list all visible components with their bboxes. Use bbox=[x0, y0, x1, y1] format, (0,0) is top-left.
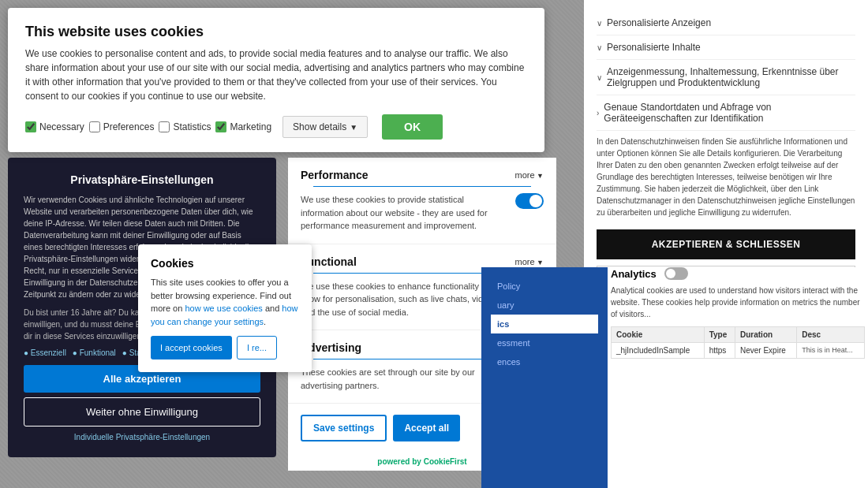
col-type: Type bbox=[704, 327, 735, 343]
advertising-description: These cookies are set through our site b… bbox=[301, 366, 507, 392]
cookie-options: Necessary Preferences Statistics Marketi… bbox=[25, 114, 527, 140]
small-cookies-description: This site uses cookies to offer you a be… bbox=[151, 276, 299, 328]
accept-all-center-button[interactable]: Accept all bbox=[393, 415, 460, 441]
performance-divider bbox=[313, 186, 531, 187]
analytics-description: Analytical cookies are used to understan… bbox=[611, 285, 865, 320]
performance-description: We use these cookies to provide statisti… bbox=[301, 193, 507, 233]
accept-cookies-button[interactable]: I accept cookies bbox=[151, 336, 232, 359]
accordion-header-3[interactable]: ∨ Anzeigenmessung, Inhaltemessung, Erken… bbox=[597, 66, 855, 88]
performance-title: Performance bbox=[301, 169, 369, 181]
option-marketing[interactable]: Marketing bbox=[215, 121, 271, 132]
ok-button[interactable]: OK bbox=[382, 114, 443, 140]
analytics-table: Cookie Type Duration Desc _hjIncludedInS… bbox=[611, 326, 865, 359]
chevron-icon-2: ∨ bbox=[597, 43, 602, 52]
performance-section: Performance more We use these cookies to… bbox=[288, 158, 556, 244]
functional-description: We use these cookies to enhance function… bbox=[301, 280, 507, 319]
nav-ics[interactable]: ics bbox=[491, 315, 598, 333]
accordion-personalisierte-inhalte: ∨ Personalisierte Inhalte bbox=[597, 35, 855, 60]
nav-ences[interactable]: ences bbox=[491, 352, 598, 371]
right-panel-buttons: AKZEPTIEREN & SCHLIESSEN OPTIONEN Datens… bbox=[597, 229, 855, 268]
accordion-anzeigenmessung: ∨ Anzeigenmessung, Inhaltemessung, Erken… bbox=[597, 60, 855, 95]
accordion-header-1[interactable]: ∨ Personalisierte Anzeigen bbox=[597, 17, 855, 28]
cookie-duration: Never Expire bbox=[735, 343, 796, 359]
nav-policy[interactable]: Policy bbox=[491, 277, 598, 296]
analytics-toggle[interactable] bbox=[664, 267, 688, 280]
label-necessary: Necessary bbox=[39, 121, 84, 132]
option-preferences[interactable]: Preferences bbox=[89, 121, 155, 132]
nav-essment[interactable]: essment bbox=[491, 333, 598, 352]
banner-description: We use cookies to personalise content an… bbox=[25, 47, 527, 103]
col-duration: Duration bbox=[735, 327, 796, 343]
label-preferences: Preferences bbox=[103, 121, 155, 132]
checkbox-marketing[interactable] bbox=[215, 121, 226, 132]
col-desc: Desc bbox=[797, 327, 865, 343]
right-panel-info-text: In den Datenschutzhinweisen finden Sie a… bbox=[597, 131, 855, 222]
nav-uary[interactable]: uary bbox=[491, 296, 598, 315]
cookie-name: _hjIncludedInSample bbox=[612, 343, 705, 359]
analytics-title: Analytics bbox=[611, 268, 657, 280]
accordion-standortdaten: › Genaue Standortdaten und Abfrage von G… bbox=[597, 95, 855, 131]
chevron-icon-4: › bbox=[597, 109, 599, 117]
show-details-button[interactable]: Show details bbox=[282, 116, 368, 138]
analytics-header: Analytics bbox=[611, 267, 865, 280]
cookies-link[interactable]: how we use cookies bbox=[185, 304, 262, 313]
checkbox-preferences[interactable] bbox=[89, 121, 100, 132]
cookie-desc: This is in Heat... bbox=[797, 343, 865, 359]
cookie-type: https bbox=[704, 343, 735, 359]
small-cookies-title: Cookies bbox=[151, 257, 299, 270]
individual-settings-link[interactable]: Individuelle Privatsphäre-Einstellungen bbox=[24, 433, 260, 441]
akzeptieren-button[interactable]: AKZEPTIEREN & SCHLIESSEN bbox=[597, 229, 855, 259]
cookie-banner-main: This website uses cookies We use cookies… bbox=[8, 8, 544, 152]
accordion-header-4[interactable]: › Genaue Standortdaten und Abfrage von G… bbox=[597, 102, 855, 124]
label-statistics: Statistics bbox=[173, 121, 211, 132]
banner-title: This website uses cookies bbox=[25, 24, 527, 40]
analytics-nav: Policy uary ics essment ences bbox=[481, 267, 608, 488]
option-statistics[interactable]: Statistics bbox=[159, 121, 211, 132]
col-cookie: Cookie bbox=[612, 327, 705, 343]
dot-essenziell: ● Essenziell bbox=[24, 348, 66, 357]
functional-more-button[interactable]: more bbox=[515, 257, 544, 266]
small-cookie-buttons: I accept cookies I re... bbox=[151, 336, 299, 359]
chevron-icon-1: ∨ bbox=[597, 19, 602, 28]
label-marketing: Marketing bbox=[230, 121, 271, 132]
analytics-content: Analytics Analytical cookies are used to… bbox=[608, 267, 868, 488]
right-panel-german: ∨ Personalisierte Anzeigen ∨ Personalisi… bbox=[584, 0, 868, 268]
chevron-icon-3: ∨ bbox=[597, 73, 602, 82]
checkbox-necessary[interactable] bbox=[25, 121, 36, 132]
save-settings-button[interactable]: Save settings bbox=[301, 415, 387, 441]
option-necessary[interactable]: Necessary bbox=[25, 121, 84, 132]
table-row: _hjIncludedInSample https Never Expire T… bbox=[612, 343, 865, 359]
small-cookies-popup: Cookies This site uses cookies to offer … bbox=[138, 244, 312, 372]
reject-cookies-button[interactable]: I re... bbox=[237, 336, 277, 359]
performance-more-button[interactable]: more bbox=[515, 170, 544, 180]
accordion-personalisierte-anzeigen: ∨ Personalisierte Anzeigen bbox=[597, 11, 855, 35]
accordion-header-2[interactable]: ∨ Personalisierte Inhalte bbox=[597, 42, 855, 53]
without-consent-button[interactable]: Weiter ohne Einwilligung bbox=[24, 397, 260, 427]
performance-toggle[interactable] bbox=[515, 193, 544, 209]
dot-funktional: ● Funktional bbox=[73, 348, 116, 357]
checkbox-statistics[interactable] bbox=[159, 121, 170, 132]
analytics-panel: Policy uary ics essment ences Analytics … bbox=[481, 267, 868, 488]
privacy-title: Privatsphäre-Einstellungen bbox=[24, 173, 260, 186]
